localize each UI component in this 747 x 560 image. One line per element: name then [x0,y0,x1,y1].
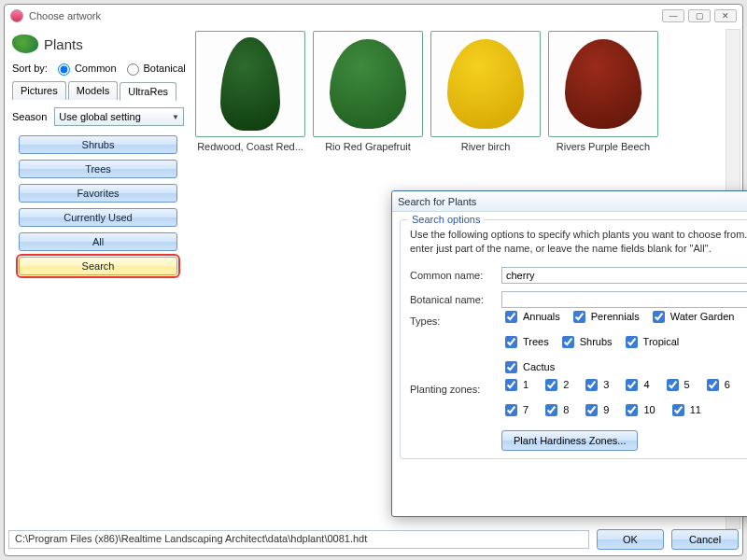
type-checkbox-shrubs[interactable]: Shrubs [558,333,613,351]
plant-card[interactable]: Rivers Purple Beech [548,31,658,152]
fieldset-legend: Search options [408,214,484,225]
sort-common-radio[interactable]: Common [53,61,117,76]
titlebar: Choose artwork — ▢ ✕ [5,5,742,27]
window-title: Choose artwork [29,10,662,21]
plant-caption: Redwood, Coast Red... [195,141,305,152]
close-button[interactable]: ✕ [714,9,737,22]
type-checkbox-tropical[interactable]: Tropical [622,333,680,351]
type-checkbox-trees[interactable]: Trees [501,333,549,351]
plant-card[interactable]: Redwood, Coast Red... [195,31,305,152]
zone-checkbox-1[interactable]: 1 [501,376,529,394]
zones-label: Planting zones: [410,384,496,395]
tab-pictures[interactable]: Pictures [12,81,66,100]
zone-checkbox-4[interactable]: 4 [622,376,649,394]
plant-thumb-icon [447,39,523,128]
sort-botanical-radio[interactable]: Botanical [122,61,186,76]
sortby-label: Sort by: [12,63,48,74]
zone-checkbox-3[interactable]: 3 [582,376,609,394]
zone-checkbox-7[interactable]: 7 [501,401,529,419]
tab-models[interactable]: Models [68,81,118,100]
plant-hardiness-zones-button[interactable]: Plant Hardiness Zones... [501,430,638,451]
plant-thumb-icon [220,37,280,132]
type-checkbox-annuals[interactable]: Annuals [501,308,560,326]
plant-card[interactable]: Rio Red Grapefruit [313,31,423,152]
plant-card[interactable]: River birch [430,31,541,152]
category-favorites-button[interactable]: Favorites [19,184,177,203]
type-checkbox-cactus[interactable]: Cactus [501,358,555,376]
zone-checkbox-5[interactable]: 5 [663,376,690,394]
plant-caption: Rio Red Grapefruit [313,141,423,152]
type-checkbox-water-garden[interactable]: Water Garden [649,308,735,326]
types-label: Types: [410,315,496,327]
minimize-button[interactable]: — [662,9,684,22]
choose-artwork-window: Choose artwork — ▢ ✕ Plants Sort by: Com… [4,4,743,556]
chevron-down-icon: ▼ [172,113,179,121]
app-icon [10,9,23,22]
botanical-name-input[interactable] [501,291,747,308]
maximize-button[interactable]: ▢ [688,9,711,22]
zone-checkbox-10[interactable]: 10 [622,401,655,419]
sidebar-header: Plants [44,36,83,52]
common-name-label: Common name: [410,270,496,281]
common-name-input[interactable] [501,267,747,284]
zone-checkbox-6[interactable]: 6 [703,376,730,394]
plant-caption: River birch [430,141,541,152]
cancel-button[interactable]: Cancel [671,529,739,550]
search-description: Use the following options to specify whi… [410,228,747,256]
zone-checkbox-11[interactable]: 11 [669,401,701,419]
tab-ultrares[interactable]: UltraRes [120,82,176,101]
type-checkbox-perennials[interactable]: Perennials [570,308,640,326]
search-plants-dialog: Search for Plants X Search options Use t… [391,190,747,517]
file-path-field[interactable]: C:\Program Files (x86)\Realtime Landscap… [8,530,589,549]
plant-caption: Rivers Purple Beech [548,141,658,152]
category-currently-used-button[interactable]: Currently Used [19,208,177,227]
zone-checkbox-2[interactable]: 2 [542,376,569,394]
category-all-button[interactable]: All [19,232,177,251]
category-shrubs-button[interactable]: Shrubs [19,135,177,154]
plant-thumb-icon [330,39,405,128]
search-options-fieldset: Search options Use the following options… [400,219,747,459]
sidebar: Plants Sort by: Common Botanical Picture… [5,27,191,531]
season-dropdown[interactable]: Use global setting▼ [54,107,184,126]
category-search-button[interactable]: Search [19,257,177,275]
dialog-title: Search for Plants [398,196,747,207]
ok-button[interactable]: OK [597,529,664,550]
zone-checkbox-9[interactable]: 9 [582,401,609,419]
season-label: Season [12,111,47,122]
plant-thumb-icon [565,39,641,128]
plants-icon [12,35,38,53]
zone-checkbox-8[interactable]: 8 [542,401,569,419]
category-trees-button[interactable]: Trees [19,160,177,178]
content-area: Redwood, Coast Red... Rio Red Grapefruit… [191,27,742,531]
botanical-name-label: Botanical name: [410,294,496,305]
